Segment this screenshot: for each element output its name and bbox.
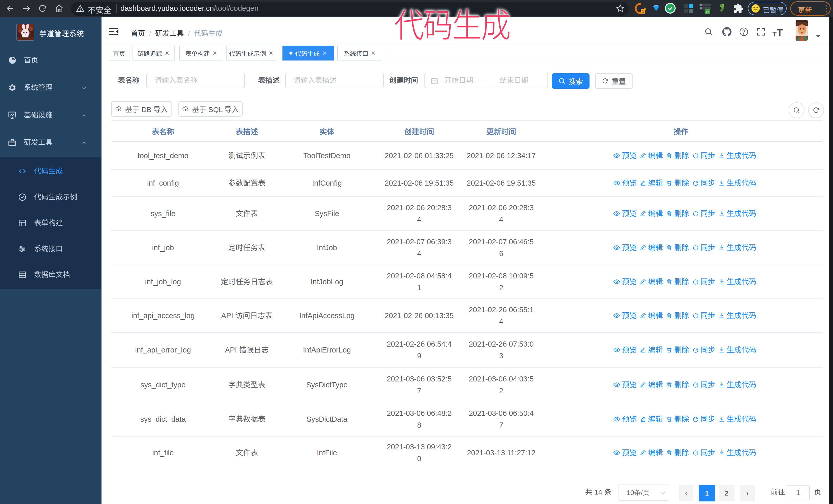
svg-text:on: on [706, 10, 710, 14]
svg-text:1: 1 [642, 9, 644, 13]
